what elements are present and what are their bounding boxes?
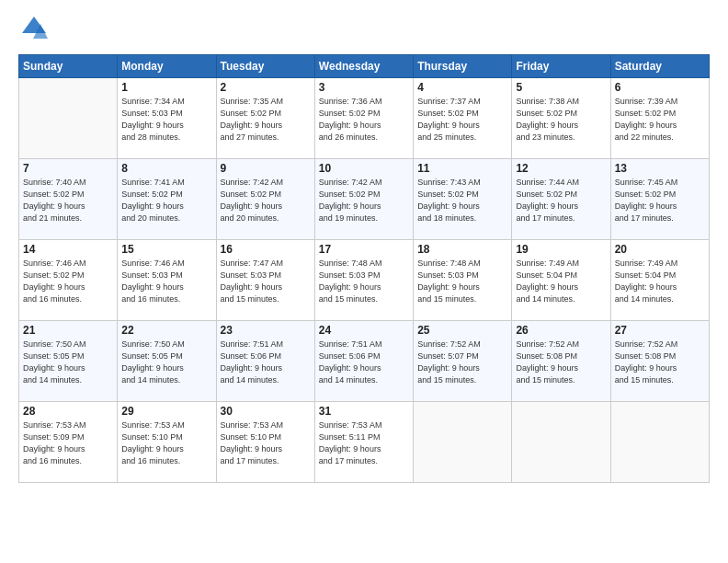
calendar-cell: 22Sunrise: 7:50 AM Sunset: 5:05 PM Dayli… (118, 320, 216, 401)
calendar-week-row: 21Sunrise: 7:50 AM Sunset: 5:05 PM Dayli… (19, 320, 710, 401)
day-number: 18 (417, 243, 507, 256)
day-info: Sunrise: 7:50 AM Sunset: 5:05 PM Dayligh… (121, 339, 211, 386)
day-number: 20 (615, 243, 705, 256)
day-number: 11 (417, 162, 507, 175)
calendar-cell: 11Sunrise: 7:43 AM Sunset: 5:02 PM Dayli… (414, 158, 512, 239)
day-number: 5 (516, 81, 606, 94)
calendar-header-friday: Friday (512, 54, 610, 77)
calendar-cell: 8Sunrise: 7:41 AM Sunset: 5:02 PM Daylig… (118, 158, 216, 239)
day-info: Sunrise: 7:52 AM Sunset: 5:08 PM Dayligh… (615, 339, 705, 386)
day-number: 17 (319, 243, 409, 256)
day-info: Sunrise: 7:46 AM Sunset: 5:02 PM Dayligh… (23, 258, 113, 305)
calendar-header-sunday: Sunday (19, 54, 118, 77)
day-info: Sunrise: 7:47 AM Sunset: 5:03 PM Dayligh… (221, 258, 311, 305)
calendar-header-saturday: Saturday (610, 54, 709, 77)
day-number: 24 (319, 324, 409, 337)
day-number: 25 (417, 324, 507, 337)
calendar-week-row: 7Sunrise: 7:40 AM Sunset: 5:02 PM Daylig… (19, 158, 710, 239)
day-info: Sunrise: 7:39 AM Sunset: 5:02 PM Dayligh… (615, 96, 705, 144)
day-info: Sunrise: 7:49 AM Sunset: 5:04 PM Dayligh… (615, 258, 705, 305)
day-info: Sunrise: 7:41 AM Sunset: 5:02 PM Dayligh… (121, 177, 211, 224)
calendar-cell: 5Sunrise: 7:38 AM Sunset: 5:02 PM Daylig… (512, 77, 610, 158)
day-info: Sunrise: 7:45 AM Sunset: 5:02 PM Dayligh… (615, 177, 705, 224)
calendar-cell: 20Sunrise: 7:49 AM Sunset: 5:04 PM Dayli… (610, 239, 709, 320)
logo-text (18, 15, 48, 47)
calendar-header-thursday: Thursday (414, 54, 512, 77)
page: SundayMondayTuesdayWednesdayThursdayFrid… (0, 0, 728, 563)
day-number: 28 (23, 405, 113, 418)
day-info: Sunrise: 7:37 AM Sunset: 5:02 PM Dayligh… (417, 96, 507, 144)
calendar-header-row: SundayMondayTuesdayWednesdayThursdayFrid… (19, 54, 710, 77)
day-info: Sunrise: 7:51 AM Sunset: 5:06 PM Dayligh… (221, 339, 311, 386)
day-info: Sunrise: 7:42 AM Sunset: 5:02 PM Dayligh… (221, 177, 311, 224)
calendar-week-row: 14Sunrise: 7:46 AM Sunset: 5:02 PM Dayli… (19, 239, 710, 320)
calendar-cell: 26Sunrise: 7:52 AM Sunset: 5:08 PM Dayli… (512, 320, 610, 401)
calendar-cell: 16Sunrise: 7:47 AM Sunset: 5:03 PM Dayli… (216, 239, 314, 320)
calendar-cell: 1Sunrise: 7:34 AM Sunset: 5:03 PM Daylig… (118, 77, 216, 158)
day-number: 7 (23, 162, 113, 175)
day-number: 16 (221, 243, 311, 256)
calendar-cell: 29Sunrise: 7:53 AM Sunset: 5:10 PM Dayli… (118, 401, 216, 482)
day-info: Sunrise: 7:48 AM Sunset: 5:03 PM Dayligh… (417, 258, 507, 305)
day-info: Sunrise: 7:50 AM Sunset: 5:05 PM Dayligh… (23, 339, 113, 386)
calendar-cell (512, 401, 610, 482)
header (18, 15, 710, 47)
day-number: 15 (121, 243, 211, 256)
day-number: 10 (319, 162, 409, 175)
day-number: 22 (121, 324, 211, 337)
calendar-cell: 9Sunrise: 7:42 AM Sunset: 5:02 PM Daylig… (216, 158, 314, 239)
day-info: Sunrise: 7:52 AM Sunset: 5:08 PM Dayligh… (516, 339, 606, 386)
calendar-header-monday: Monday (118, 54, 216, 77)
day-number: 4 (417, 81, 507, 94)
day-info: Sunrise: 7:52 AM Sunset: 5:07 PM Dayligh… (417, 339, 507, 386)
day-info: Sunrise: 7:40 AM Sunset: 5:02 PM Dayligh… (23, 177, 113, 224)
calendar-cell: 15Sunrise: 7:46 AM Sunset: 5:03 PM Dayli… (118, 239, 216, 320)
calendar-cell (414, 401, 512, 482)
calendar-cell: 17Sunrise: 7:48 AM Sunset: 5:03 PM Dayli… (314, 239, 413, 320)
day-info: Sunrise: 7:53 AM Sunset: 5:10 PM Dayligh… (121, 419, 211, 467)
calendar-week-row: 1Sunrise: 7:34 AM Sunset: 5:03 PM Daylig… (19, 77, 710, 158)
day-number: 23 (221, 324, 311, 337)
day-number: 21 (23, 324, 113, 337)
calendar-cell: 23Sunrise: 7:51 AM Sunset: 5:06 PM Dayli… (216, 320, 314, 401)
calendar-cell: 14Sunrise: 7:46 AM Sunset: 5:02 PM Dayli… (19, 239, 118, 320)
day-number: 6 (615, 81, 705, 94)
calendar-week-row: 28Sunrise: 7:53 AM Sunset: 5:09 PM Dayli… (19, 401, 710, 482)
day-info: Sunrise: 7:53 AM Sunset: 5:10 PM Dayligh… (221, 419, 311, 467)
calendar-cell: 10Sunrise: 7:42 AM Sunset: 5:02 PM Dayli… (314, 158, 413, 239)
day-info: Sunrise: 7:43 AM Sunset: 5:02 PM Dayligh… (417, 177, 507, 224)
calendar-cell: 4Sunrise: 7:37 AM Sunset: 5:02 PM Daylig… (414, 77, 512, 158)
day-number: 1 (121, 81, 211, 94)
day-info: Sunrise: 7:48 AM Sunset: 5:03 PM Dayligh… (319, 258, 409, 305)
day-info: Sunrise: 7:34 AM Sunset: 5:03 PM Dayligh… (121, 96, 211, 144)
day-info: Sunrise: 7:38 AM Sunset: 5:02 PM Dayligh… (516, 96, 606, 144)
calendar-cell: 19Sunrise: 7:49 AM Sunset: 5:04 PM Dayli… (512, 239, 610, 320)
day-info: Sunrise: 7:42 AM Sunset: 5:02 PM Dayligh… (319, 177, 409, 224)
calendar-cell: 21Sunrise: 7:50 AM Sunset: 5:05 PM Dayli… (19, 320, 118, 401)
day-info: Sunrise: 7:44 AM Sunset: 5:02 PM Dayligh… (516, 177, 606, 224)
day-number: 2 (221, 81, 311, 94)
calendar-cell: 25Sunrise: 7:52 AM Sunset: 5:07 PM Dayli… (414, 320, 512, 401)
calendar-cell: 18Sunrise: 7:48 AM Sunset: 5:03 PM Dayli… (414, 239, 512, 320)
calendar-cell: 3Sunrise: 7:36 AM Sunset: 5:02 PM Daylig… (314, 77, 413, 158)
day-number: 29 (121, 405, 211, 418)
day-number: 27 (615, 324, 705, 337)
day-number: 26 (516, 324, 606, 337)
calendar-cell (610, 401, 709, 482)
calendar-cell (19, 77, 118, 158)
calendar-cell: 13Sunrise: 7:45 AM Sunset: 5:02 PM Dayli… (610, 158, 709, 239)
calendar-header-wednesday: Wednesday (314, 54, 413, 77)
day-number: 19 (516, 243, 606, 256)
calendar-cell: 30Sunrise: 7:53 AM Sunset: 5:10 PM Dayli… (216, 401, 314, 482)
day-number: 31 (319, 405, 409, 418)
calendar-cell: 24Sunrise: 7:51 AM Sunset: 5:06 PM Dayli… (314, 320, 413, 401)
day-number: 12 (516, 162, 606, 175)
day-info: Sunrise: 7:36 AM Sunset: 5:02 PM Dayligh… (319, 96, 409, 144)
calendar-cell: 2Sunrise: 7:35 AM Sunset: 5:02 PM Daylig… (216, 77, 314, 158)
calendar-cell: 7Sunrise: 7:40 AM Sunset: 5:02 PM Daylig… (19, 158, 118, 239)
day-number: 3 (319, 81, 409, 94)
calendar-header-tuesday: Tuesday (216, 54, 314, 77)
day-number: 14 (23, 243, 113, 256)
day-info: Sunrise: 7:53 AM Sunset: 5:09 PM Dayligh… (23, 419, 113, 467)
day-info: Sunrise: 7:46 AM Sunset: 5:03 PM Dayligh… (121, 258, 211, 305)
